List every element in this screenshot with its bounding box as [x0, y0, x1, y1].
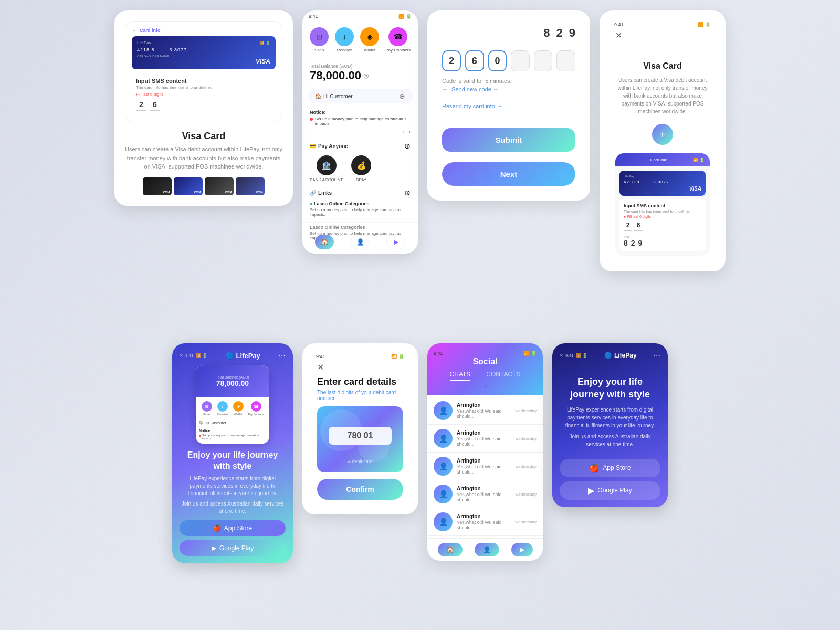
enter-card-time: 9:41 — [316, 354, 326, 359]
enter-card-details-card: 9:41 📶 🔋 ✕ Enter card details The last 4… — [302, 343, 418, 514]
sms-title: Input SMS content — [136, 78, 271, 84]
enter-card-close[interactable]: ✕ — [317, 362, 403, 372]
active-tab-dot — [484, 385, 487, 388]
notice-item: Set up a money plan to help manage coron… — [310, 117, 411, 126]
apple-icon: 🍎 — [213, 524, 221, 532]
avatar-0: 👤 — [434, 401, 453, 420]
link-name: ● Lasco Online Categories — [310, 201, 411, 206]
chat-list: 👤 Arrington Yes,what old Wu said should.… — [427, 395, 543, 538]
link-name-2: Lasco Online Categories — [310, 225, 411, 230]
inner-wallet-label: Wallet — [234, 413, 242, 416]
google-play-button[interactable]: ▶ Google Play — [180, 540, 286, 556]
br-app-store-btn[interactable]: 🍎 App Store — [560, 459, 660, 477]
nav-receive[interactable]: ↓ Receive — [335, 27, 354, 52]
otp-box-3[interactable] — [511, 50, 530, 71]
br-promo-join: Join us and access Australian daily serv… — [565, 433, 655, 448]
resend-card-info-link[interactable]: Resend my card info → — [442, 103, 575, 109]
otp-box-1[interactable]: 6 — [465, 50, 484, 71]
next-arrow[interactable]: › — [408, 128, 411, 135]
links-add[interactable]: ⊕ — [404, 188, 411, 197]
tab-contacts[interactable]: CONTACTS — [486, 371, 520, 381]
bpay-method[interactable]: 💰 BPAY — [351, 155, 371, 182]
otp-box-5[interactable] — [556, 50, 575, 71]
nav-pay-contacts[interactable]: ☎ Pay Contacts — [385, 27, 411, 52]
nested-sms-title: Input SMS content — [624, 203, 701, 208]
bank-account-method[interactable]: 🏦 BANK ACCOUNT — [310, 155, 343, 182]
digit-2[interactable]: 2 — [136, 99, 146, 111]
next-button[interactable]: Next — [442, 162, 575, 186]
digit-6[interactable]: 6 — [150, 99, 160, 111]
mini-card-3: VISA — [205, 177, 234, 195]
submit-button[interactable]: Submit — [442, 128, 575, 152]
inner-notice: Set up a money plan to help manage coron… — [199, 434, 266, 440]
status-time-right: 9:41 — [614, 22, 624, 27]
close-button-right[interactable]: ✕ — [615, 31, 622, 40]
nested-fill-label: ● Fill last 6 digits — [624, 215, 701, 218]
top-row: ← Card info LifePay 📶 🔋 4218 8... ... 3 … — [114, 10, 726, 271]
chat-item-3[interactable]: 👤 Arrington Yes,what old Wu said should.… — [427, 480, 543, 508]
home-nav-btn[interactable]: 🏠 — [315, 235, 334, 249]
chat-preview-4: Yes,what old Wu said should... — [457, 520, 511, 530]
nav-icons: ⊡ Scan ↓ Receive ◈ Wallet ☎ Pay Contacts — [302, 22, 418, 58]
nested-back-icon[interactable]: ← — [621, 158, 625, 162]
signal-right: 📶 🔋 — [698, 22, 711, 27]
social-person-btn[interactable]: 👤 — [475, 543, 499, 556]
three-dots-menu[interactable]: ··· — [279, 351, 286, 360]
br-google-play-btn[interactable]: ▶ Google Play — [560, 481, 660, 500]
promo-join: Join us and access Australian daily serv… — [180, 500, 286, 515]
chat-preview-0: Yes,what old Wu said should... — [457, 408, 511, 419]
play-nav-btn[interactable]: ▶ — [386, 235, 405, 249]
confirm-button[interactable]: Confirm — [317, 479, 403, 500]
otp-box-0[interactable]: 2 — [442, 50, 461, 71]
nested-card-number: 4218 8... ... 3 8077 — [624, 180, 701, 184]
receive-label: Receive — [337, 48, 352, 52]
chat-item-1[interactable]: 👤 Arrington Yes,what old Wu said should.… — [427, 425, 543, 453]
chat-name-1: Arrington — [457, 430, 511, 436]
lifepay-promo-bottom-right: ✕ 9:41 📶 🔋 🔵 LifePay ··· Enjoy your life… — [552, 343, 668, 507]
inner-scan-icon: ⊡ — [202, 401, 212, 412]
visa-right-status: 9:41 📶 🔋 — [608, 19, 717, 30]
prev-arrow[interactable]: ‹ — [402, 128, 404, 135]
person-nav-btn[interactable]: 👤 — [351, 235, 370, 249]
nav-scan[interactable]: ⊡ Scan — [310, 27, 329, 52]
social-home-btn[interactable]: 🏠 — [438, 543, 463, 556]
pay-anyone-row: 🏦 BANK ACCOUNT 💰 BPAY — [302, 152, 418, 185]
sms-subtitle: The card info has been sent to undefined — [136, 85, 271, 90]
plus-circle-icon[interactable]: + — [652, 124, 673, 145]
status-bar: 9:41 📶 🔋 — [302, 10, 418, 22]
social-play-btn[interactable]: ▶ — [511, 543, 533, 556]
pay-anyone-add[interactable]: ⊕ — [404, 142, 411, 150]
pay-anyone-title: 💳 Pay Anyone — [310, 143, 348, 149]
chat-item-4[interactable]: 👤 Arrington Yes,what old Wu said should.… — [427, 508, 543, 536]
deco-circle-2 — [358, 430, 390, 462]
back-arrow-icon[interactable]: ← — [132, 28, 136, 33]
add-icon[interactable]: ⊕ — [399, 92, 405, 100]
chat-item-2[interactable]: 👤 Arrington Yes,what old Wu said should.… — [427, 453, 543, 480]
visa-card-info-panel: ← Card info LifePay 📶 🔋 4218 8... ... 3 … — [114, 10, 293, 206]
nested-card-info-label: Card info — [650, 158, 667, 162]
close-x-small[interactable]: ✕ — [180, 353, 183, 358]
send-new-code-link[interactable]: → Send new code → — [442, 86, 575, 92]
scan-icon: ⊡ — [310, 27, 329, 46]
tab-chats[interactable]: CHATS — [450, 371, 471, 381]
links-header: 🔗 Links ⊕ — [302, 185, 418, 199]
otp-box-4[interactable] — [534, 50, 553, 71]
nested-status: 📶 🔋 — [693, 158, 705, 162]
card-number: 4218 8... ... 3 8077 — [137, 47, 270, 52]
chat-preview-2: Yes,what old Wu said should... — [457, 464, 511, 475]
app-store-button[interactable]: 🍎 App Store — [180, 520, 286, 536]
br-three-dots[interactable]: ··· — [654, 351, 660, 360]
nav-wallet[interactable]: ◈ Wallet — [360, 27, 379, 52]
balance-eye-icon[interactable]: ◎ — [363, 72, 369, 79]
social-signal: 📶 🔋 — [523, 351, 537, 356]
sms-phone-mockup: ← Card info LifePay 📶 🔋 4218 8... ... 3 … — [125, 21, 282, 122]
pay-anyone-icon: 💳 — [310, 143, 316, 149]
visa-right-title: Visa Card — [615, 61, 710, 71]
avatar-2: 👤 — [434, 457, 453, 476]
chat-item-0[interactable]: 👤 Arrington Yes,what old Wu said should.… — [427, 397, 543, 425]
otp-box-2[interactable]: 0 — [488, 50, 507, 71]
otp-boxes: 2 6 0 — [442, 50, 575, 71]
br-close-x[interactable]: ✕ — [560, 353, 563, 358]
social-status: 9:41 📶 🔋 — [434, 350, 537, 357]
inner-receive-label: Receive — [217, 413, 228, 416]
